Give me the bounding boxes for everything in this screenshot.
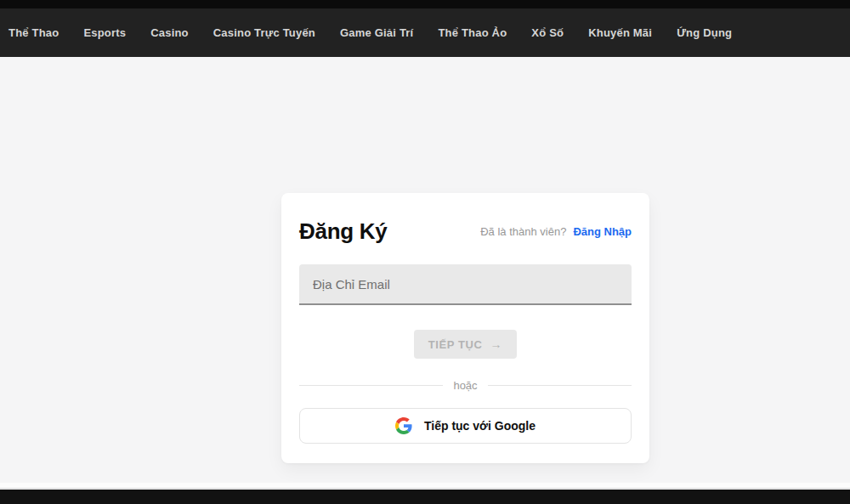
nav-item-xo-so[interactable]: Xổ Số — [531, 26, 564, 39]
divider-label: hoặc — [453, 379, 477, 392]
main-content-area: Đăng Ký Đã là thành viên? Đăng Nhập TIẾP… — [0, 57, 850, 483]
signup-card: Đăng Ký Đã là thành viên? Đăng Nhập TIẾP… — [281, 193, 649, 463]
member-prompt-text: Đã là thành viên? — [480, 225, 566, 238]
member-prompt-row: Đã là thành viên? Đăng Nhập — [480, 225, 632, 238]
continue-button-label: TIẾP TỤC — [428, 338, 483, 351]
divider-line-left — [299, 385, 443, 386]
google-signin-label: Tiếp tục với Google — [424, 419, 536, 433]
email-field[interactable] — [299, 264, 632, 305]
top-strip — [0, 0, 850, 8]
nav-item-the-thao[interactable]: Thể Thao — [8, 26, 59, 39]
bottom-white-strip — [0, 483, 850, 489]
continue-row: TIẾP TỤC → — [299, 330, 632, 359]
nav-item-casino[interactable]: Casino — [150, 26, 189, 39]
nav-item-the-thao-ao[interactable]: Thể Thao Ảo — [438, 26, 507, 39]
google-signin-button[interactable]: Tiếp tục với Google — [299, 408, 632, 444]
continue-button[interactable]: TIẾP TỤC → — [414, 330, 517, 359]
signup-card-header: Đăng Ký Đã là thành viên? Đăng Nhập — [299, 218, 632, 245]
page-title: Đăng Ký — [299, 218, 387, 245]
login-link[interactable]: Đăng Nhập — [573, 225, 632, 238]
google-g-icon — [395, 417, 412, 434]
nav-item-khuyen-mai[interactable]: Khuyến Mãi — [588, 26, 652, 39]
nav-item-game-giai-tri[interactable]: Game Giải Trí — [340, 26, 413, 39]
or-divider: hoặc — [299, 379, 632, 392]
arrow-right-icon: → — [490, 337, 503, 351]
main-navbar: Thể Thao Esports Casino Casino Trực Tuyế… — [0, 8, 850, 57]
nav-item-esports[interactable]: Esports — [83, 26, 126, 39]
footer-bar — [0, 490, 850, 504]
nav-item-casino-truc-tuyen[interactable]: Casino Trực Tuyến — [213, 26, 315, 39]
nav-item-ung-dung[interactable]: Ứng Dụng — [677, 26, 732, 39]
divider-line-right — [488, 385, 632, 386]
